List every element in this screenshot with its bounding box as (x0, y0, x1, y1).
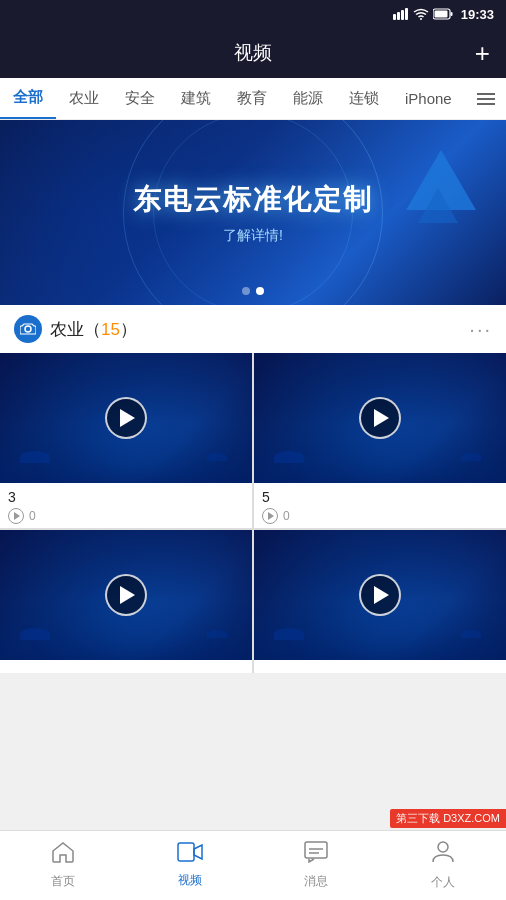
tab-agriculture[interactable]: 农业 (56, 78, 112, 119)
play-triangle-small-2 (268, 512, 274, 520)
view-count-2: 0 (283, 509, 290, 523)
svg-point-4 (420, 18, 422, 20)
status-icons (393, 8, 453, 20)
wifi-icon (413, 8, 429, 20)
section-title: 农业（15） (50, 318, 137, 341)
menu-list-icon[interactable] (465, 92, 506, 106)
tab-construction[interactable]: 建筑 (168, 78, 224, 119)
signal-icon (393, 8, 409, 20)
status-time: 19:33 (461, 7, 494, 22)
page-title: 视频 (234, 40, 272, 66)
section-paren-close: ） (120, 320, 137, 339)
play-button-2[interactable] (359, 397, 401, 439)
video-thumbnail-2 (254, 353, 506, 483)
boat-1 (20, 451, 50, 463)
banner-dot-1[interactable] (242, 287, 250, 295)
play-triangle-1 (120, 409, 135, 427)
play-triangle-3 (120, 586, 135, 604)
video-card-3[interactable] (0, 530, 252, 673)
top-header: 视频 + (0, 28, 506, 78)
svg-point-11 (25, 326, 31, 332)
play-small-icon-1 (8, 508, 24, 524)
person-svg (432, 840, 454, 864)
person-icon (432, 840, 454, 870)
video-svg (177, 842, 203, 862)
video-label: 视频 (178, 872, 202, 889)
home-icon (51, 841, 75, 869)
banner-title: 东电云标准化定制 (133, 181, 373, 219)
section-header-left: 农业（15） (14, 315, 137, 343)
nav-video[interactable]: 视频 (127, 831, 254, 900)
play-button-4[interactable] (359, 574, 401, 616)
home-label: 首页 (51, 873, 75, 890)
video-card-1[interactable]: 3 0 (0, 353, 252, 528)
section-paren-open: （ (84, 320, 101, 339)
section-more-button[interactable]: ··· (469, 318, 492, 341)
play-small-icon-2 (262, 508, 278, 524)
video-info-1: 3 0 (0, 483, 252, 528)
message-label: 消息 (304, 873, 328, 890)
banner-subtitle: 了解详情! (133, 227, 373, 245)
video-info-2: 5 0 (254, 483, 506, 528)
boat-8 (461, 630, 481, 638)
boat-2 (207, 453, 227, 461)
video-meta-1: 0 (8, 508, 244, 524)
svg-rect-1 (397, 12, 400, 20)
video-meta-2: 0 (262, 508, 498, 524)
video-card-4[interactable] (254, 530, 506, 673)
tab-safety[interactable]: 安全 (112, 78, 168, 119)
section-count: 15 (101, 320, 120, 339)
play-triangle-2 (374, 409, 389, 427)
section-icon (14, 315, 42, 343)
video-title-1: 3 (8, 489, 244, 505)
list-icon (477, 92, 495, 106)
banner-content: 东电云标准化定制 了解详情! (133, 181, 373, 245)
video-thumbnail-4 (254, 530, 506, 660)
tab-education[interactable]: 教育 (224, 78, 280, 119)
battery-icon (433, 8, 453, 20)
tab-chain[interactable]: 连锁 (336, 78, 392, 119)
content-area: 东电云标准化定制 了解详情! 农业（15） ··· (0, 120, 506, 830)
svg-rect-2 (401, 10, 404, 20)
svg-rect-6 (450, 12, 452, 16)
svg-rect-0 (393, 14, 396, 20)
bottom-nav: 首页 视频 消息 个人 (0, 830, 506, 900)
nav-message[interactable]: 消息 (253, 831, 380, 900)
nav-profile[interactable]: 个人 (380, 831, 507, 900)
video-info-3 (0, 660, 252, 673)
banner[interactable]: 东电云标准化定制 了解详情! (0, 120, 506, 305)
video-thumbnail-3 (0, 530, 252, 660)
play-button-1[interactable] (105, 397, 147, 439)
tab-all[interactable]: 全部 (0, 78, 56, 119)
section-title-text: 农业 (50, 320, 84, 339)
category-tabs: 全部 农业 安全 建筑 教育 能源 连锁 iPhone (0, 78, 506, 120)
video-grid: 3 0 5 (0, 353, 506, 673)
home-svg (51, 841, 75, 863)
svg-rect-13 (305, 842, 327, 858)
play-triangle-small-1 (14, 512, 20, 520)
watermark: 第三下载 D3XZ.COM (390, 809, 506, 828)
play-triangle-4 (374, 586, 389, 604)
camera-icon (20, 323, 36, 335)
banner-dots (242, 287, 264, 295)
boat-3 (274, 451, 304, 463)
svg-rect-12 (178, 843, 194, 861)
video-icon (177, 842, 203, 868)
svg-rect-3 (405, 8, 408, 20)
play-button-3[interactable] (105, 574, 147, 616)
svg-point-16 (438, 842, 448, 852)
section-header: 农业（15） ··· (0, 305, 506, 353)
boat-4 (461, 453, 481, 461)
video-card-2[interactable]: 5 0 (254, 353, 506, 528)
banner-dot-2[interactable] (256, 287, 264, 295)
status-bar: 19:33 (0, 0, 506, 28)
view-count-1: 0 (29, 509, 36, 523)
message-icon (304, 841, 328, 869)
tab-energy[interactable]: 能源 (280, 78, 336, 119)
nav-home[interactable]: 首页 (0, 831, 127, 900)
add-button[interactable]: + (475, 40, 490, 66)
video-thumbnail-1 (0, 353, 252, 483)
tab-iphone[interactable]: iPhone (392, 78, 465, 119)
boat-5 (20, 628, 50, 640)
video-title-2: 5 (262, 489, 498, 505)
